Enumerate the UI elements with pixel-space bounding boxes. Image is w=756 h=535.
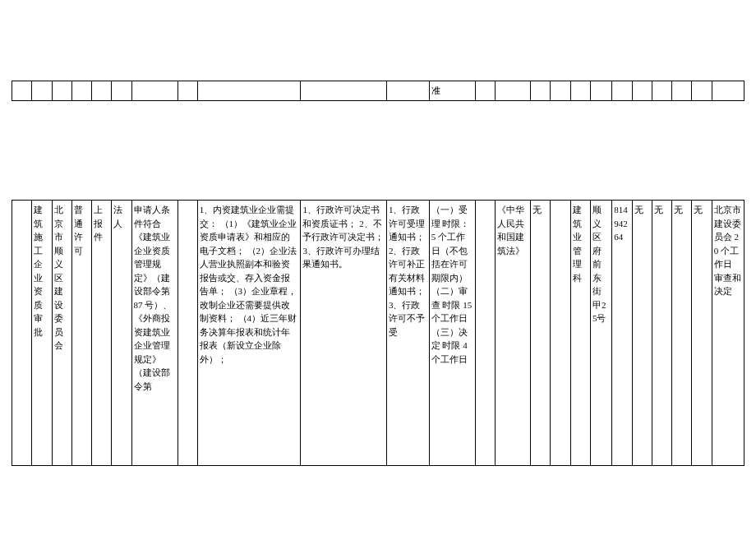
cell-applicant-type: 法人 xyxy=(112,201,131,466)
table-top-fragment: 准 xyxy=(12,81,744,101)
cell xyxy=(52,81,71,101)
cell-item-name: 建筑施工企业资质审批 xyxy=(32,201,52,466)
cell-conditions: 申请人条件符合《建筑业企业资质管理规定》（建设部令第 87 号）、《外商投资建筑… xyxy=(131,201,177,466)
cell xyxy=(12,81,32,101)
cell xyxy=(131,81,177,101)
cell xyxy=(92,81,112,101)
cell-materials: 1、内资建筑业企业需提交： （1）《建筑业企业资质申请表》和相应的电子文档； （… xyxy=(197,201,301,466)
cell xyxy=(672,81,692,101)
cell xyxy=(612,81,632,101)
cell-notice-docs: 1、行政许可受理通知书； 2、行政许可补正有关材料通知书； 3、行政许可不予受 xyxy=(386,201,429,466)
cell xyxy=(712,81,744,101)
cell xyxy=(112,81,131,101)
cell-department: 建筑业管理科 xyxy=(570,201,590,466)
cell: 无 xyxy=(652,201,671,466)
cell-phone: 81494264 xyxy=(612,201,632,466)
cell xyxy=(177,81,197,101)
cell xyxy=(301,81,387,101)
cell-decision-docs: 1、行政许可决定书和资质证书； 2、不予行政许可决定书； 3、行政许可办理结果通… xyxy=(301,201,387,466)
cell xyxy=(531,81,551,101)
cell: 准 xyxy=(429,81,475,101)
cell xyxy=(177,201,197,466)
cell-agency: 北京市顺义区建设委员会 xyxy=(52,201,71,466)
cell-time-limits: （一）受理 时限：5 个工作日（不包括在许可期限内） （二）审查 时限 15 个… xyxy=(429,201,475,466)
cell xyxy=(475,81,495,101)
cell-legal-basis: 《中华人民共和国建筑法》 xyxy=(495,201,530,466)
cell: 无 xyxy=(692,201,712,466)
document-page: 准 建筑施工企业资质审批 北京市顺义区建设委员会 普通许可 上报件 法人 申请人… xyxy=(0,0,756,535)
cell-address: 顺义区府前东街甲25号 xyxy=(590,201,611,466)
cell xyxy=(652,81,671,101)
cell-report-type: 上报件 xyxy=(92,201,112,466)
cell-supervisor: 北京市建设委员会 20 个工作日 审查和决定 xyxy=(712,201,744,466)
cell-fee: 无 xyxy=(531,201,551,466)
cell xyxy=(551,201,570,466)
cell xyxy=(197,81,301,101)
cell xyxy=(570,81,590,101)
cell xyxy=(590,81,611,101)
cell xyxy=(475,201,495,466)
cell xyxy=(386,81,429,101)
cell xyxy=(692,81,712,101)
cell-permit-type: 普通许可 xyxy=(71,201,91,466)
cell xyxy=(12,201,32,466)
table-row: 准 xyxy=(12,81,744,101)
cell xyxy=(495,81,530,101)
cell xyxy=(632,81,652,101)
table-main: 建筑施工企业资质审批 北京市顺义区建设委员会 普通许可 上报件 法人 申请人条件… xyxy=(12,200,744,466)
cell: 无 xyxy=(672,201,692,466)
cell xyxy=(32,81,52,101)
cell xyxy=(551,81,570,101)
cell xyxy=(71,81,91,101)
cell: 无 xyxy=(632,201,652,466)
table-row: 建筑施工企业资质审批 北京市顺义区建设委员会 普通许可 上报件 法人 申请人条件… xyxy=(12,201,744,466)
